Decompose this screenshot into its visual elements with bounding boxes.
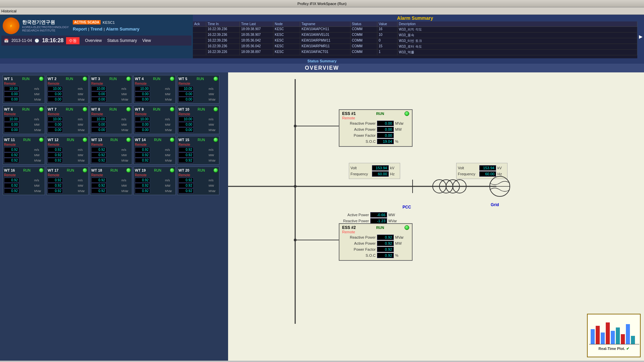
ess2-reactive-unit: MVar xyxy=(395,235,405,239)
wt-card-wt1[interactable]: WT 1 RUN Remote 10.00 m/s 0.00 MW 0.00 M… xyxy=(3,75,45,104)
svg-rect-27 xyxy=(631,336,635,344)
main-content: WT 1 RUN Remote 10.00 m/s 0.00 MW 0.00 M… xyxy=(0,72,644,361)
menu-historical[interactable]: Historical xyxy=(1,9,16,13)
overview-title: OVERVIEW xyxy=(0,64,644,72)
wt-card-wt14[interactable]: WT 14 RUN Remote 0.92 m/s 0.92 MW 0.92 M… xyxy=(133,136,176,165)
alarm-rows: 16:22:39.236 18:09:38.907 KESC KEW10AIAP… xyxy=(193,27,637,55)
wt-led xyxy=(170,107,174,112)
wt-card-wt20[interactable]: WT 20 RUN Remote 0.92 m/s 0.92 MW 0.92 M… xyxy=(177,167,219,195)
wt-card-wt15[interactable]: WT 15 RUN Remote 0.92 m/s 0.92 MW 0.92 M… xyxy=(177,136,219,165)
wt-card-wt11[interactable]: WT 11 RUN Remote 0.92 m/s 0.92 MW 0.92 M… xyxy=(3,136,45,165)
col-time-in: Time In xyxy=(206,21,240,26)
ess1-pf-label: Power Factor xyxy=(342,133,376,137)
active-power-row: Active Power -0.66 MW xyxy=(339,212,398,218)
wt-card-wt8[interactable]: WT 8 RUN Remote 10.00 m/s 0.00 MW 0.00 M… xyxy=(90,106,132,134)
wt-card-wt4[interactable]: WT 4 RUN Remote 10.00 m/s 0.00 MW 0.00 M… xyxy=(133,75,176,104)
org-logo: ⚡ xyxy=(3,17,19,34)
kesc-label: KESC1 xyxy=(103,20,115,24)
ess2-pf-value: 0.92 xyxy=(377,247,394,252)
wt-led xyxy=(126,76,131,81)
pcc-label: PCC xyxy=(402,205,411,209)
col-desc: Description xyxy=(397,21,637,26)
wt-led xyxy=(39,107,44,112)
ess1-pf-value: 0.00 xyxy=(377,133,394,138)
ess2-soc-value: 0.92 xyxy=(377,253,394,258)
mode-button[interactable]: 수동 xyxy=(66,37,79,44)
alarm-row-0: 16:22:39.236 18:09:38.907 KESC KEW10AIAP… xyxy=(193,27,637,33)
svg-rect-19 xyxy=(591,329,595,344)
realtime-title-text: Real-Time Plot. xyxy=(598,347,625,351)
wt-led xyxy=(126,107,131,112)
wt-card-wt3[interactable]: WT 3 RUN Remote 10.00 m/s 0.00 MW 0.00 M… xyxy=(90,75,132,104)
wt-led xyxy=(83,76,87,81)
ess1-soc-value: 19.04 xyxy=(377,139,394,144)
scroll-button[interactable]: ▶ xyxy=(637,15,644,58)
wt-row-1: WT 1 RUN Remote 10.00 m/s 0.00 MW 0.00 M… xyxy=(3,75,225,104)
wt-card-wt12[interactable]: WT 12 RUN Remote 0.92 m/s 0.92 MW 0.92 M… xyxy=(46,136,89,165)
active-power-label: Active Power xyxy=(339,213,369,217)
top-section: ⚡ 한국전기연구원 KOREA ELECTROTECHNOLOGY RESEAR… xyxy=(0,15,644,58)
nav-overview[interactable]: Overview xyxy=(85,38,102,43)
ess1-remote: Remote xyxy=(342,116,409,120)
alarm-row-3: 16:22:39.236 18:05:36.042 KESC KEW10AIRP… xyxy=(193,44,637,50)
wt-card-wt13[interactable]: WT 13 RUN Remote 0.92 m/s 0.92 MW 0.92 M… xyxy=(90,136,132,165)
nav-alarm-summary[interactable]: Alarm Summary xyxy=(106,26,140,32)
status-summary-label: Status Summary xyxy=(308,59,337,63)
wt-card-wt6[interactable]: WT 6 RUN Remote 10.00 m/s 0.00 MW 0.00 M… xyxy=(3,106,45,134)
transformer-svg xyxy=(428,173,471,200)
svg-rect-24 xyxy=(616,327,620,344)
svg-rect-26 xyxy=(626,324,630,344)
grid-text: Grid xyxy=(491,202,499,207)
grid-label: Grid xyxy=(491,202,499,207)
volt-left-label: Volt xyxy=(351,166,371,170)
ess1-active-row: Active Power 0.00 MW xyxy=(342,127,409,132)
ess1-reactive-row: Reactive Power 0.00 MVar xyxy=(342,121,409,126)
svg-rect-20 xyxy=(596,326,600,344)
wt-card-wt5[interactable]: WT 5 RUN Remote 10.00 m/s 0.00 MW 0.00 M… xyxy=(177,75,219,104)
volt-right-value: 153.94 xyxy=(479,165,496,171)
wt-card-wt19[interactable]: WT 19 RUN Remote 0.92 m/s 0.92 MW 0.92 M… xyxy=(133,167,176,195)
freq-left-unit: Hz xyxy=(390,172,398,176)
volt-right-unit: kV xyxy=(497,166,506,170)
nav-trend[interactable]: Trend xyxy=(91,26,102,32)
grid-svg xyxy=(486,173,513,200)
wt-led xyxy=(126,168,131,173)
wt-led xyxy=(170,76,174,81)
svg-rect-23 xyxy=(611,331,615,344)
ess2-remote: Remote xyxy=(342,230,409,234)
nav-report[interactable]: Report xyxy=(73,26,87,32)
wt-card-wt10[interactable]: WT 10 RUN Remote 10.00 m/s 0.00 MW 0.00 … xyxy=(177,106,219,134)
svg-point-7 xyxy=(294,125,297,127)
org-sub2: RESEARCH INSTITUTE xyxy=(22,29,69,32)
wt-row-4: WT 16 RUN Remote 0.92 m/s 0.92 MW 0.92 M… xyxy=(3,167,225,195)
ess1-active-label: Active Power xyxy=(342,127,376,131)
wt-card-wt16[interactable]: WT 16 RUN Remote 0.92 m/s 0.92 MW 0.92 M… xyxy=(3,167,45,195)
volt-left-row: Volt 153.94 kV xyxy=(351,165,398,171)
ess1-active-unit: MW xyxy=(395,127,405,131)
col-tagname: Tagname xyxy=(300,21,351,26)
wt-led xyxy=(39,76,44,81)
ess2-soc-label: S.O.C xyxy=(342,253,376,257)
nav-status-summary[interactable]: Status Summary xyxy=(107,38,137,43)
titlebar-text: Proficy iFIX WorkSpace (Run) xyxy=(298,2,347,6)
ess2-pf-label: Power Factor xyxy=(342,247,376,251)
wt-card-wt9[interactable]: WT 9 RUN Remote 10.00 m/s 0.00 MW 0.00 M… xyxy=(133,106,176,134)
wt-card-wt7[interactable]: WT 7 RUN Remote 10.00 m/s 0.00 MW 0.00 M… xyxy=(46,106,89,134)
wt-card-wt17[interactable]: WT 17 RUN Remote 0.92 m/s 0.92 MW 0.92 M… xyxy=(46,167,89,195)
reactive-power-row: Reactive Power -1.23 MVar xyxy=(339,218,398,224)
ess1-box: ESS #1 RUN Remote Reactive Power 0.00 MV… xyxy=(339,109,413,147)
wt-led xyxy=(213,107,218,112)
wt-card-wt18[interactable]: WT 18 RUN Remote 0.92 m/s 0.92 MW 0.92 M… xyxy=(90,167,132,195)
realtime-plot[interactable]: Real-Time Plot. ✔ xyxy=(587,314,641,357)
diagram-svg xyxy=(228,72,644,361)
reactive-power-label: Reactive Power xyxy=(339,219,369,223)
wt-card-wt2[interactable]: WT 2 RUN Remote 10.00 m/s 0.00 MW 0.00 M… xyxy=(46,75,89,104)
wt-led xyxy=(213,168,218,173)
diagram-area: ESS #1 RUN Remote Reactive Power 0.00 MV… xyxy=(228,72,644,361)
wt-led xyxy=(83,137,87,142)
volt-right-row: Volt 153.94 kV xyxy=(458,165,506,171)
nav-view[interactable]: View xyxy=(142,38,151,43)
ess2-reactive-row: Reactive Power 0.92 MVar xyxy=(342,235,409,240)
wt-led xyxy=(39,168,44,173)
col-time-last: Time Last xyxy=(240,21,273,26)
